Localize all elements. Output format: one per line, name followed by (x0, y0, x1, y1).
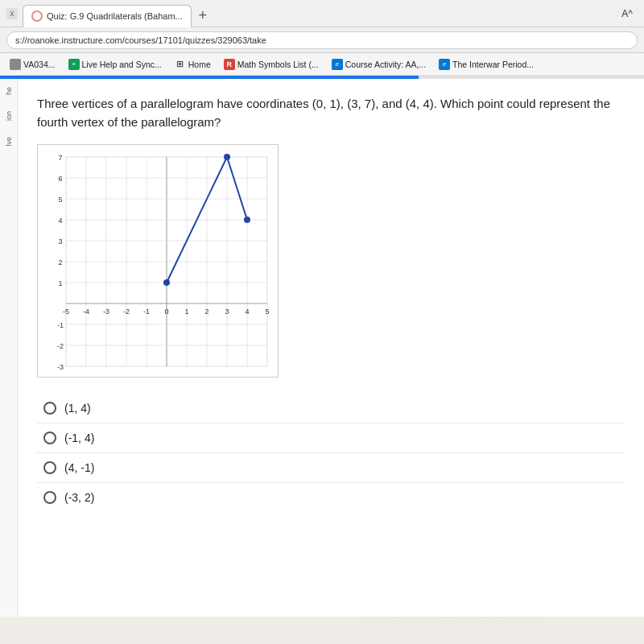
bookmark-math-symbols-icon: R (224, 59, 235, 70)
svg-text:3: 3 (58, 237, 62, 246)
new-tab-button[interactable]: + (192, 5, 214, 27)
svg-text:3: 3 (225, 308, 229, 316)
bookmarks-bar: VA034... ≡ Live Help and Sync... ⊞ Home … (0, 53, 644, 76)
bookmark-home[interactable]: ⊞ Home (170, 57, 216, 72)
answer-label-a: (1, 4) (64, 402, 91, 415)
tab-label: Quiz: G.9 Quadrilaterals (Baham... (47, 11, 183, 21)
answer-label-b: (-1, 4) (64, 431, 94, 444)
bookmark-live-help-label: Live Help and Sync... (82, 60, 162, 69)
answer-choice-c[interactable]: (4, -1) (37, 453, 625, 483)
svg-text:-2: -2 (57, 342, 64, 350)
radio-b[interactable] (43, 431, 56, 444)
svg-text:2: 2 (204, 308, 208, 316)
sidebar-text-lve: lve (5, 137, 13, 147)
svg-text:-3: -3 (103, 308, 109, 316)
close-button[interactable]: x (6, 8, 18, 19)
bookmark-course-activity-label: Course Activity: AA,... (345, 60, 426, 69)
svg-text:4: 4 (58, 217, 62, 225)
bookmark-home-label: Home (188, 60, 211, 69)
bookmark-va034-icon (10, 59, 21, 70)
answer-choices: (1, 4) (-1, 4) (4, -1) (-3, 2) (37, 394, 625, 512)
svg-text:-2: -2 (123, 308, 130, 316)
svg-text:5: 5 (58, 196, 62, 204)
bookmark-math-symbols[interactable]: R Math Symbols List (... (219, 57, 324, 72)
bookmark-math-symbols-label: Math Symbols List (... (237, 60, 319, 69)
radio-d[interactable] (43, 491, 56, 504)
content-area: he ion lve Three vertices of a parallelo… (0, 79, 644, 617)
svg-text:-1: -1 (57, 321, 64, 329)
bookmark-interwar[interactable]: e The Interwar Period... (434, 57, 539, 72)
main-content: Three vertices of a parallelogram have c… (18, 79, 644, 617)
answer-choice-a[interactable]: (1, 4) (37, 394, 625, 423)
svg-text:4: 4 (245, 308, 249, 316)
answer-label-c: (4, -1) (64, 461, 94, 474)
graph-container: 7 6 5 4 3 2 1 -1 -2 -3 -5 -4 -3 -2 -1 (37, 144, 625, 378)
bookmark-live-help[interactable]: ≡ Live Help and Sync... (64, 57, 167, 72)
bookmark-va034[interactable]: VA034... (5, 57, 60, 72)
bookmark-course-activity[interactable]: e Course Activity: AA,... (327, 57, 431, 72)
svg-text:-5: -5 (63, 308, 69, 316)
svg-text:0: 0 (164, 308, 168, 316)
svg-text:1: 1 (58, 279, 62, 287)
question-text: Three vertices of a parallelogram have c… (37, 95, 625, 131)
radio-c[interactable] (43, 461, 56, 474)
svg-text:5: 5 (265, 308, 269, 316)
svg-text:1: 1 (184, 308, 188, 316)
radio-a[interactable] (43, 402, 56, 415)
bookmark-interwar-label: The Interwar Period... (452, 60, 534, 69)
address-bar (0, 27, 644, 53)
bookmark-home-icon: ⊞ (175, 59, 186, 70)
address-input[interactable] (6, 31, 638, 49)
bookmark-va034-label: VA034... (23, 60, 56, 69)
answer-choice-b[interactable]: (-1, 4) (37, 423, 625, 453)
point-0-1 (163, 279, 170, 286)
title-bar: x Quiz: G.9 Quadrilaterals (Baham... + A… (0, 0, 644, 27)
svg-text:-4: -4 (83, 308, 89, 316)
sidebar-text-he: he (5, 87, 13, 95)
svg-text:6: 6 (58, 175, 62, 183)
tab-favicon (31, 10, 43, 22)
bookmark-course-activity-icon: e (332, 59, 343, 70)
address-bar-a: A^ (621, 8, 638, 19)
svg-text:-3: -3 (57, 363, 64, 371)
svg-text:7: 7 (58, 154, 62, 162)
bookmark-interwar-icon: e (439, 59, 450, 70)
coordinate-graph: 7 6 5 4 3 2 1 -1 -2 -3 -5 -4 -3 -2 -1 (37, 144, 279, 378)
svg-text:2: 2 (58, 258, 62, 266)
answer-choice-d[interactable]: (-3, 2) (37, 483, 625, 512)
active-tab[interactable]: Quiz: G.9 Quadrilaterals (Baham... (23, 5, 192, 27)
left-sidebar: he ion lve (0, 79, 18, 617)
sidebar-text-ion: ion (5, 111, 13, 121)
bookmark-live-help-icon: ≡ (68, 59, 80, 70)
answer-label-d: (-3, 2) (64, 491, 94, 504)
svg-text:-1: -1 (143, 308, 150, 316)
point-4-4 (244, 217, 250, 223)
browser-window: x Quiz: G.9 Quadrilaterals (Baham... + A… (0, 0, 644, 644)
point-3-7 (224, 154, 230, 160)
